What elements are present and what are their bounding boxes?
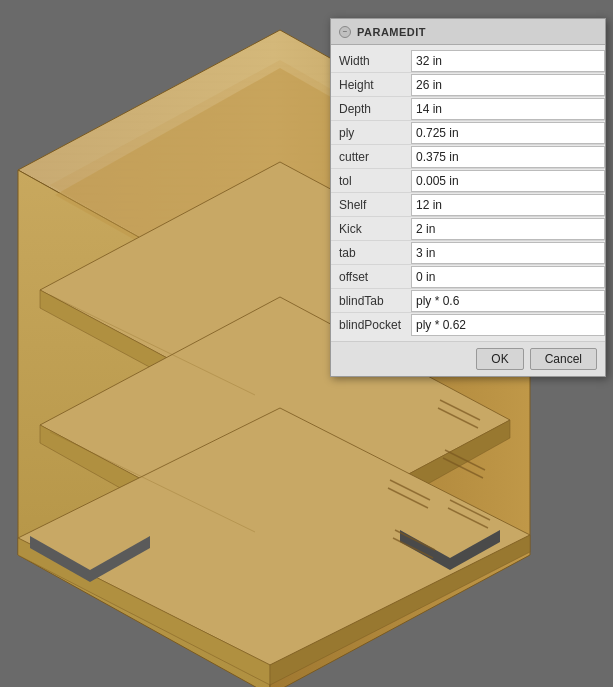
param-label: offset <box>331 270 411 284</box>
param-label: Width <box>331 54 411 68</box>
param-label: Shelf <box>331 198 411 212</box>
dialog-title: PARAMEDIT <box>357 26 426 38</box>
close-button[interactable]: − <box>339 26 351 38</box>
param-row: Kick <box>331 217 605 241</box>
param-row: ply <box>331 121 605 145</box>
param-label: ply <box>331 126 411 140</box>
param-label: Height <box>331 78 411 92</box>
param-label: tab <box>331 246 411 260</box>
param-input-height[interactable] <box>411 74 605 96</box>
param-input-tab[interactable] <box>411 242 605 264</box>
param-row: cutter <box>331 145 605 169</box>
param-label: blindPocket <box>331 318 411 332</box>
dialog-titlebar: − PARAMEDIT <box>331 19 605 45</box>
param-label: blindTab <box>331 294 411 308</box>
param-input-shelf[interactable] <box>411 194 605 216</box>
param-input-cutter[interactable] <box>411 146 605 168</box>
param-row: Width <box>331 49 605 73</box>
ok-button[interactable]: OK <box>476 348 523 370</box>
param-label: Depth <box>331 102 411 116</box>
param-row: offset <box>331 265 605 289</box>
param-label: cutter <box>331 150 411 164</box>
param-input-offset[interactable] <box>411 266 605 288</box>
param-row: blindTab <box>331 289 605 313</box>
params-container: WidthHeightDepthplycuttertolShelfKicktab… <box>331 45 605 341</box>
param-input-width[interactable] <box>411 50 605 72</box>
param-input-blindtab[interactable] <box>411 290 605 312</box>
param-row: Depth <box>331 97 605 121</box>
paramedit-dialog: − PARAMEDIT WidthHeightDepthplycuttertol… <box>330 18 606 377</box>
param-row: Height <box>331 73 605 97</box>
param-label: Kick <box>331 222 411 236</box>
param-input-depth[interactable] <box>411 98 605 120</box>
cancel-button[interactable]: Cancel <box>530 348 597 370</box>
dialog-footer: OK Cancel <box>331 341 605 376</box>
param-row: blindPocket <box>331 313 605 337</box>
param-input-kick[interactable] <box>411 218 605 240</box>
param-label: tol <box>331 174 411 188</box>
param-input-blindpocket[interactable] <box>411 314 605 336</box>
param-input-tol[interactable] <box>411 170 605 192</box>
param-input-ply[interactable] <box>411 122 605 144</box>
param-row: tol <box>331 169 605 193</box>
param-row: tab <box>331 241 605 265</box>
param-row: Shelf <box>331 193 605 217</box>
